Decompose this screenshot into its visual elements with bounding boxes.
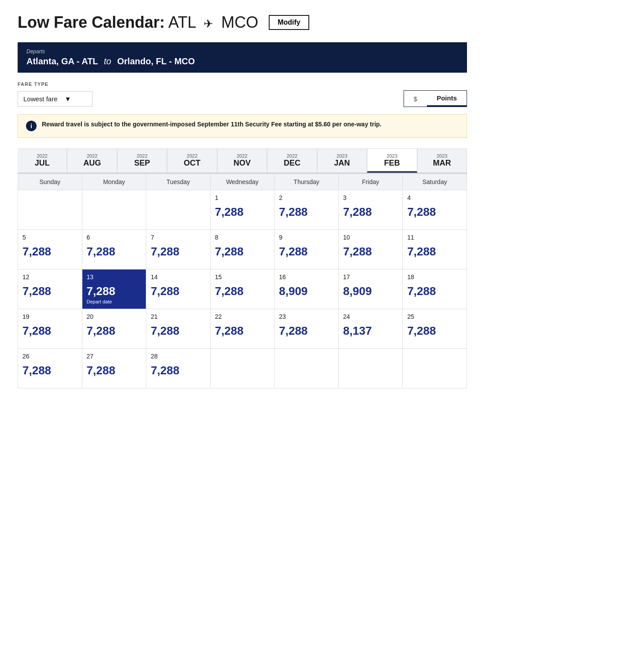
calendar-grid: SundayMondayTuesdayWednesdayThursdayFrid… [18,174,467,388]
day-number: 26 [22,353,30,360]
day-number: 23 [279,313,286,320]
calendar-cell[interactable]: 87,288 [210,230,274,270]
day-number: 4 [407,194,411,201]
calendar-cell[interactable]: 248,137 [338,309,403,349]
route-banner: Departs Atlanta, GA - ATL to Orlando, FL… [18,42,467,73]
calendar-cell[interactable]: 197,288 [18,309,82,349]
calendar-cell[interactable]: 178,909 [338,270,403,309]
page-header: Low Fare Calendar: ATL ✈ MCO Modify [18,13,467,32]
day-fare: 7,288 [407,284,462,298]
month-tab-jul[interactable]: 2022JUL [18,148,67,173]
calendar-cell[interactable]: 237,288 [274,309,339,349]
calendar-cell[interactable]: 77,288 [146,230,211,270]
calendar-cell[interactable]: 37,288 [338,190,403,230]
day-number: 9 [279,234,282,241]
calendar-cell [82,190,146,230]
calendar-cell [18,190,82,230]
day-fare: 7,288 [151,364,206,377]
calendar-cell[interactable]: 17,288 [210,190,274,230]
month-tab-feb[interactable]: 2023FEB [367,148,417,173]
currency-toggle: $ Points [404,90,467,107]
day-number: 18 [407,273,414,281]
day-number: 25 [407,313,414,320]
day-header-thursday: Thursday [274,174,339,190]
day-fare: 7,288 [343,245,398,258]
route-text: Atlanta, GA - ATL to Orlando, FL - MCO [26,56,458,66]
calendar-cell[interactable]: 57,288 [18,230,82,270]
month-tab-nov[interactable]: 2022NOV [217,148,267,173]
calendar-cell [210,349,274,388]
modify-button[interactable]: Modify [269,15,309,30]
day-fare: 7,288 [22,324,78,338]
calendar-cell[interactable]: 168,909 [274,270,339,309]
info-text: Reward travel is subject to the governme… [42,121,382,128]
day-fare: 7,288 [279,245,334,258]
origin-code: ATL [168,13,196,31]
day-number: 24 [343,313,350,320]
day-header-monday: Monday [82,174,146,190]
month-tab-jan[interactable]: 2023JAN [317,148,367,173]
day-number: 3 [343,194,347,201]
calendar-cell[interactable]: 127,288 [18,270,82,309]
plane-icon: ✈ [204,17,213,30]
day-fare: 7,288 [151,324,206,338]
calendar-cell[interactable]: 27,288 [274,190,339,230]
day-number: 1 [215,194,219,201]
calendar-cell[interactable]: 217,288 [146,309,211,349]
day-fare: 7,288 [279,324,334,338]
day-fare: 7,288 [87,364,142,377]
calendar-cell [146,190,211,230]
day-number: 15 [215,273,222,281]
day-header-sunday: Sunday [18,174,82,190]
day-header-wednesday: Wednesday [210,174,274,190]
dollar-button[interactable]: $ [404,91,427,107]
day-fare: 7,288 [87,324,142,338]
calendar-cell[interactable]: 67,288 [82,230,146,270]
fare-type-selected: Lowest fare [23,95,58,103]
day-number: 21 [151,313,158,320]
info-text-content: Reward travel is subject to the governme… [42,121,382,128]
calendar-cell[interactable]: 97,288 [274,230,339,270]
month-tab-sep[interactable]: 2022SEP [117,148,167,173]
destination-code: MCO [221,13,258,31]
calendar-cell[interactable]: 157,288 [210,270,274,309]
day-number: 10 [343,234,350,241]
calendar-cell[interactable]: 187,288 [403,270,467,309]
calendar-cell [338,349,403,388]
day-header-saturday: Saturday [403,174,467,190]
calendar-cell[interactable]: 207,288 [82,309,146,349]
day-fare: 7,288 [215,245,270,258]
calendar-cell[interactable]: 147,288 [146,270,211,309]
day-fare: 7,288 [22,245,78,258]
day-number: 12 [22,273,30,281]
month-tab-oct[interactable]: 2022OCT [167,148,217,173]
calendar-cell [274,349,339,388]
departs-label: Departs [26,48,458,55]
calendar-cell[interactable]: 287,288 [146,349,211,388]
day-number: 11 [407,234,414,241]
day-fare: 7,288 [87,284,142,298]
fare-type-label: FARE TYPE [18,81,467,87]
day-fare: 8,137 [343,324,398,338]
info-banner: i Reward travel is subject to the govern… [18,114,467,138]
day-number: 19 [22,313,30,320]
month-tab-dec[interactable]: 2022DEC [267,148,317,173]
calendar-cell[interactable]: 117,288 [403,230,467,270]
fare-type-dropdown[interactable]: Lowest fare ▼ [18,91,93,107]
calendar-cell[interactable]: 277,288 [82,349,146,388]
points-button[interactable]: Points [427,91,467,107]
calendar-cell[interactable]: 47,288 [403,190,467,230]
info-icon: i [26,121,37,131]
day-number: 20 [87,313,94,320]
day-fare: 7,288 [215,205,270,219]
page-title: Low Fare Calendar: ATL ✈ MCO [18,13,258,32]
day-fare: 7,288 [407,245,462,258]
month-tab-mar[interactable]: 2023MAR [417,148,467,173]
day-number: 7 [151,234,154,241]
calendar-cell[interactable]: 267,288 [18,349,82,388]
calendar-cell[interactable]: 137,288Depart date [82,270,146,309]
month-tab-aug[interactable]: 2022AUG [67,148,117,173]
calendar-cell[interactable]: 227,288 [210,309,274,349]
calendar-cell[interactable]: 107,288 [338,230,403,270]
calendar-cell[interactable]: 257,288 [403,309,467,349]
